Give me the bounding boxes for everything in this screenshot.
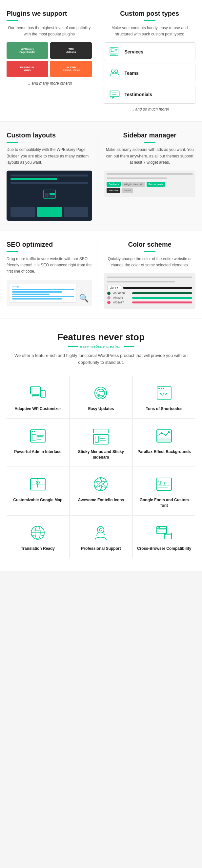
plugin-logos-grid: WPBakeryPage Builder TRXAddons ESSENTIAL… — [6, 42, 92, 77]
custom-post-desc: Make your contents handy, easy-to-use an… — [104, 25, 196, 37]
feature-label-translation: Translation Ready — [21, 546, 55, 552]
feature-translation: Translation Ready — [6, 516, 69, 558]
feature-cross-browser: Cross-Browser Compatibility — [133, 516, 196, 558]
custom-post-and-more: … and so much more! — [104, 107, 196, 112]
svg-point-58 — [37, 482, 38, 483]
plugins-desc: Our theme has the highest level of compa… — [6, 25, 92, 37]
svg-text:</>: </> — [159, 391, 168, 396]
feature-google-fonts: T T Google Fonts and Custom font — [133, 467, 196, 515]
sidebar-btn-normal: Normal — [122, 188, 133, 193]
plugin-wpbakery: WPBakeryPage Builder — [6, 42, 48, 59]
svg-text:T: T — [158, 480, 162, 486]
features-section: Features never stop easy website creatio… — [0, 319, 202, 571]
post-type-services: Services — [104, 42, 196, 61]
svg-point-28 — [158, 388, 160, 389]
color-hex-1: #0d6138 — [113, 291, 130, 295]
custom-post-underline — [144, 20, 156, 21]
testimonials-label: Testimonials — [124, 92, 152, 97]
color-dot-1 — [107, 291, 110, 295]
easy-updates-icon — [92, 384, 110, 402]
sidebar-preview: Contents Widgets above site Recent posts… — [104, 170, 196, 197]
features-grid: Adaptive WP Customizer Easy Updates — [6, 376, 196, 558]
feature-label-shortcodes: Tons of Shortcodes — [146, 406, 183, 412]
plugin-trx: TRXAddons — [50, 42, 92, 59]
services-label: Services — [124, 49, 143, 55]
svg-rect-46 — [95, 436, 98, 442]
seo-underline — [6, 251, 18, 252]
svg-rect-1 — [111, 49, 114, 52]
color-swatch-1: #0d6138 — [107, 291, 192, 295]
custom-post-column: Custom post types Make your contents han… — [97, 10, 196, 112]
feature-label-fontello: Awesome Fontello Icons — [78, 497, 124, 503]
feature-label-google-map: Customizable Google Map — [13, 497, 62, 503]
svg-point-80 — [167, 533, 167, 534]
sidebar-buttons-row1: Contents Widgets above site Recent posts — [107, 182, 193, 187]
feature-shortcodes: </> Tons of Shortcodes — [133, 376, 196, 418]
svg-rect-54 — [157, 439, 171, 442]
plugins-underline — [6, 20, 18, 21]
color-dot-2 — [107, 296, 110, 300]
svg-point-29 — [161, 388, 162, 389]
sidebar-buttons-row2: About Me Normal — [107, 188, 193, 193]
support-icon — [92, 524, 110, 542]
top-section: Plugins we support Our theme has the hig… — [0, 0, 202, 122]
plugin-slider: SLIDERREVOLUTION — [50, 61, 92, 77]
sidebar-manager-column: Sidebar manager Make as many sidebars wi… — [97, 131, 196, 221]
color-bar-2 — [132, 297, 192, 299]
svg-point-30 — [163, 388, 164, 389]
feature-label-admin: Powerful Admin Interface — [14, 449, 61, 455]
color-selector[interactable]: Light ▾ — [107, 285, 121, 290]
feature-adaptive-wp: Adaptive WP Customizer — [6, 376, 69, 418]
features-line-left — [68, 346, 78, 347]
feature-easy-updates: Easy Updates — [70, 376, 133, 418]
custom-layouts-underline — [6, 142, 18, 143]
color-underline — [144, 251, 156, 252]
svg-rect-19 — [41, 391, 45, 397]
svg-point-79 — [165, 533, 166, 534]
features-title: Features never stop — [6, 332, 196, 342]
sidebar-manager-title: Sidebar manager — [104, 131, 196, 139]
features-desc: We offer a feature-rich and highly funct… — [6, 352, 196, 366]
color-dot-3 — [107, 301, 110, 304]
feature-google-map: Customizable Google Map — [6, 467, 69, 515]
svg-point-70 — [99, 528, 102, 531]
features-line-right — [124, 346, 134, 347]
feature-support: Professional Support — [70, 516, 133, 558]
custom-post-title: Custom post types — [104, 10, 196, 18]
svg-rect-15 — [49, 195, 55, 197]
seo-desc: Drag more traffic to your website with o… — [6, 256, 92, 275]
svg-rect-16 — [31, 387, 40, 394]
color-column: Color scheme Quickly change the color of… — [97, 241, 196, 309]
parallax-icon — [155, 427, 173, 445]
plugins-column: Plugins we support Our theme has the hig… — [6, 10, 97, 112]
svg-point-59 — [94, 477, 107, 491]
feature-label-easy-updates: Easy Updates — [88, 406, 114, 412]
feature-parallax: Parallax Effect Backgrounds — [133, 419, 196, 467]
feature-label-adaptive-wp: Adaptive WP Customizer — [14, 406, 61, 412]
page-wrapper: Plugins we support Our theme has the hig… — [0, 0, 202, 571]
svg-rect-13 — [44, 193, 48, 197]
layout-preview — [6, 170, 92, 221]
svg-point-60 — [99, 483, 102, 486]
custom-layouts-title: Custom layouts — [6, 131, 92, 139]
feature-label-cross-browser: Cross-Browser Compatibility — [137, 546, 191, 552]
sidebar-manager-desc: Make as many sidebars with ads as you wa… — [104, 147, 196, 166]
seo-color-section: SEO optimized Drag more traffic to your … — [0, 231, 202, 319]
feature-sticky-menus: Sticky Menus and Sticky sidebars — [70, 419, 133, 467]
features-subtitle-row: easy website creation — [6, 344, 196, 348]
teams-icon — [109, 67, 120, 79]
svg-point-69 — [97, 527, 104, 533]
color-title: Color scheme — [104, 241, 196, 248]
svg-point-51 — [161, 432, 163, 434]
svg-text:T: T — [163, 481, 166, 486]
custom-layouts-desc: Due to compatibility with the WPBakery P… — [6, 147, 92, 166]
seo-title: SEO optimized — [6, 241, 92, 248]
plugin-essential: ESSENTIALGRID — [6, 61, 48, 77]
svg-rect-18 — [33, 396, 38, 397]
feature-fontello: Awesome Fontello Icons — [70, 467, 133, 515]
svg-rect-14 — [49, 193, 55, 195]
color-desc: Quickly change the color of the entire w… — [104, 256, 196, 268]
post-type-testimonials: Testimonials — [104, 85, 196, 104]
svg-point-73 — [158, 527, 159, 528]
plugins-title: Plugins we support — [6, 10, 92, 18]
